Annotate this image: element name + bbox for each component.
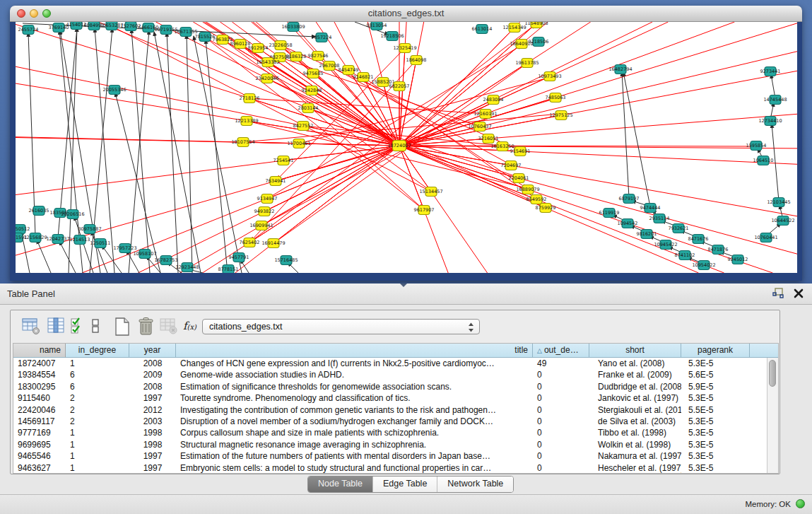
table-cell[interactable]: 9699695	[13, 439, 66, 450]
table-panel-header[interactable]: Table Panel	[0, 284, 812, 305]
table-cell[interactable]: 5.3E-5	[681, 427, 750, 438]
network-node[interactable]: 2616035	[29, 206, 49, 216]
network-node[interactable]: 7254541	[273, 156, 294, 165]
panel-splitter-handle[interactable]	[400, 284, 407, 287]
network-node[interactable]: 7932621	[669, 224, 689, 233]
table-cell[interactable]: Disruption of a novel member of a sodium…	[176, 416, 533, 427]
table-cell[interactable]: Hescheler et al. (1997)	[589, 462, 681, 473]
network-node[interactable]: 1864098	[406, 56, 427, 65]
table-cell[interactable]: 9115460	[13, 392, 66, 404]
table-row[interactable]: 2242004622012Investigating the contribut…	[13, 404, 767, 416]
table-cell[interactable]: Yano et al. (2008)	[589, 358, 681, 369]
table-cell[interactable]: Dudbridge et al. (2008)	[589, 381, 681, 392]
table-row[interactable]: 946362711997Embryonic stem cells: a mode…	[13, 462, 767, 473]
network-node[interactable]: 8741102	[675, 251, 695, 260]
table-cell[interactable]: 1998	[129, 427, 176, 438]
select-all-icon[interactable]	[70, 317, 87, 338]
network-node[interactable]: 12975125	[549, 111, 572, 120]
table-cell[interactable]: 18300295	[13, 381, 66, 392]
table-cell[interactable]: 9463627	[13, 462, 66, 473]
table-body[interactable]: 1872400712008Changes of HCN gene express…	[13, 358, 767, 473]
network-node[interactable]: 1064510	[753, 156, 774, 165]
network-node[interactable]: 1214513	[70, 235, 90, 245]
network-view-canvas[interactable]: 2455724376914041540126084991106532871527…	[16, 22, 797, 273]
table-cell[interactable]: 0	[533, 369, 589, 380]
table-cell[interactable]: 19384554	[13, 369, 66, 380]
network-node[interactable]: 9816201	[637, 230, 657, 239]
table-cell[interactable]: 1	[66, 427, 129, 438]
network-node[interactable]: 9617907	[414, 206, 435, 215]
unselect-rows-icon[interactable]	[90, 317, 102, 338]
network-graph[interactable]: 2455724376914041540126084991106532871527…	[16, 22, 797, 273]
table-cell[interactable]: 5.3E-5	[681, 416, 750, 427]
table-row[interactable]: 1456911722003Disruption of a novel membe…	[13, 416, 767, 427]
table-row[interactable]: 969969511998Structural magnetic resonanc…	[13, 439, 767, 450]
table-cell[interactable]: Wolkin et al. (1998)	[589, 439, 681, 450]
network-node[interactable]: 1250511	[90, 239, 111, 248]
table-header-row[interactable]: namein_degreeyeartitle△out_de…shortpager…	[13, 344, 778, 358]
new-table-icon[interactable]	[114, 317, 131, 339]
network-node[interactable]: 19218506	[380, 32, 404, 41]
table-cell[interactable]: 0	[533, 450, 589, 462]
tab-edge-table[interactable]: Edge Table	[373, 477, 437, 492]
network-node[interactable]: 7634941	[266, 177, 286, 186]
table-cell[interactable]: Tourette syndrome. Phenomenology and cla…	[176, 392, 533, 404]
column-header-pagerank[interactable]: pagerank	[681, 344, 750, 358]
function-builder-icon[interactable]: f(x)	[183, 320, 196, 332]
table-cell[interactable]: Nakamura et al. (1997)	[589, 450, 681, 462]
table-cell[interactable]: Estimation of significance thresholds fo…	[176, 381, 533, 392]
network-window-titlebar[interactable]: citations_edges.txt	[10, 6, 802, 22]
table-cell[interactable]: 14569117	[13, 416, 66, 427]
network-node[interactable]: 2935114	[649, 214, 670, 223]
tab-network-table[interactable]: Network Table	[437, 477, 513, 492]
table-cell[interactable]: Franke et al. (2009)	[589, 369, 681, 380]
scrollbar-thumb[interactable]	[769, 360, 776, 387]
table-cell[interactable]: 2	[66, 416, 129, 427]
table-cell[interactable]: 0	[533, 439, 589, 450]
network-node[interactable]: 30975887	[78, 225, 101, 234]
network-node[interactable]: 9245012	[728, 255, 748, 264]
table-cell[interactable]: 2003	[129, 416, 176, 427]
table-cell[interactable]: 1997	[129, 392, 176, 404]
network-node[interactable]: 6119919	[599, 209, 620, 218]
memory-status-indicator[interactable]	[796, 499, 805, 508]
table-cell[interactable]: 1	[66, 450, 129, 462]
node-attribute-table[interactable]: namein_degreeyeartitle△out_de…shortpager…	[13, 343, 779, 474]
table-cell[interactable]: 0	[533, 427, 589, 438]
network-node[interactable]: 7625402	[240, 238, 260, 247]
table-cell[interactable]: 0	[533, 392, 589, 404]
table-cell[interactable]: 2009	[129, 369, 176, 380]
table-cell[interactable]: 9465546	[13, 450, 66, 462]
table-cell[interactable]: 1	[66, 462, 129, 473]
table-cell[interactable]: 5.5E-5	[681, 404, 750, 416]
table-cell[interactable]: 2	[66, 392, 129, 404]
table-cell[interactable]: 0	[533, 404, 589, 416]
table-cell[interactable]: 0	[533, 462, 589, 473]
table-cell[interactable]: 1998	[129, 439, 176, 450]
network-node[interactable]: 9474444	[640, 204, 661, 213]
table-cell[interactable]: Investigating the contribution of common…	[176, 404, 533, 416]
network-window[interactable]: citations_edges.txt 24557243769140415401…	[10, 6, 802, 281]
column-header-in_degree[interactable]: in_degree	[66, 344, 129, 358]
network-node[interactable]: 12156829	[23, 233, 47, 243]
network-node[interactable]: 15716485	[274, 256, 298, 265]
network-node[interactable]: 10945422	[654, 240, 677, 250]
network-node[interactable]: 16640910	[510, 40, 533, 49]
network-node[interactable]: 2455724	[18, 25, 39, 35]
network-node[interactable]: 10958107	[133, 250, 156, 259]
network-node[interactable]: 9154691	[510, 147, 531, 156]
table-cell[interactable]: 2	[66, 404, 129, 416]
table-cell[interactable]: 1997	[129, 462, 176, 473]
network-node[interactable]: 1850512	[16, 225, 30, 234]
table-cell[interactable]: 5.3E-5	[681, 358, 750, 369]
network-node[interactable]: 12734410	[758, 117, 782, 126]
close-icon[interactable]	[794, 288, 804, 298]
network-node[interactable]: 6613014	[472, 25, 493, 34]
table-cell[interactable]: Genome-wide association studies in ADHD.	[176, 369, 533, 380]
table-row[interactable]: 1830029562008Estimation of significance …	[13, 381, 767, 392]
network-node[interactable]: 12325419	[393, 44, 416, 53]
network-node[interactable]: 9457791	[229, 253, 249, 262]
network-node[interactable]: 2967008	[319, 62, 340, 71]
network-node[interactable]: 16914479	[261, 239, 285, 248]
table-cell[interactable]: de Silva et al. (2003)	[589, 416, 681, 427]
